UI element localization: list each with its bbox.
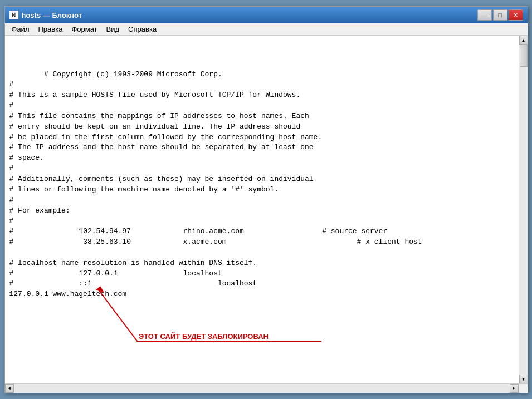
editor-text: # Copyright (c) 1993-2009 Microsoft Corp… (9, 70, 422, 299)
annotation-text: ЭТОТ САЙТ БУДЕТ ЗАБЛОКИРОВАН (139, 332, 269, 341)
scroll-thumb-v[interactable] (520, 45, 528, 67)
scrollbar-corner (519, 384, 528, 393)
menu-file[interactable]: Файл (7, 24, 34, 35)
notepad-window: N hosts — Блокнот — □ ✕ Файл Правка Форм… (4, 6, 528, 393)
bottom-bar: ◄ ► (5, 383, 528, 392)
horizontal-scrollbar[interactable]: ◄ ► (5, 384, 519, 392)
annotation-overlay: ЭТОТ САЙТ БУДЕТ ЗАБЛОКИРОВАН (9, 59, 514, 342)
minimize-button[interactable]: — (477, 9, 492, 21)
menu-format[interactable]: Формат (67, 24, 101, 35)
scroll-down-button[interactable]: ▼ (519, 375, 528, 383)
scroll-track-v[interactable] (519, 45, 528, 375)
vertical-scrollbar[interactable]: ▲ ▼ (519, 36, 528, 383)
text-content: # Copyright (c) 1993-2009 Microsoft Corp… (9, 59, 514, 342)
text-editor[interactable]: # Copyright (c) 1993-2009 Microsoft Corp… (5, 36, 519, 383)
menu-bar: Файл Правка Формат Вид Справка (5, 23, 528, 36)
maximize-button[interactable]: □ (493, 9, 507, 21)
content-area: # Copyright (c) 1993-2009 Microsoft Corp… (5, 36, 528, 383)
menu-view[interactable]: Вид (102, 24, 124, 35)
close-button[interactable]: ✕ (509, 9, 523, 21)
scroll-right-button[interactable]: ► (510, 384, 519, 393)
scroll-track-h[interactable] (14, 384, 510, 393)
scroll-up-button[interactable]: ▲ (519, 36, 528, 45)
scroll-left-button[interactable]: ◄ (5, 384, 14, 393)
menu-help[interactable]: Справка (124, 24, 161, 35)
app-icon-label: N (12, 12, 16, 18)
app-icon: N (9, 11, 18, 19)
window-title: hosts — Блокнот (22, 11, 82, 19)
title-bar: N hosts — Блокнот — □ ✕ (5, 7, 528, 23)
menu-edit[interactable]: Правка (33, 24, 67, 35)
window-controls: — □ ✕ (477, 9, 523, 21)
title-bar-left: N hosts — Блокнот (9, 11, 82, 19)
